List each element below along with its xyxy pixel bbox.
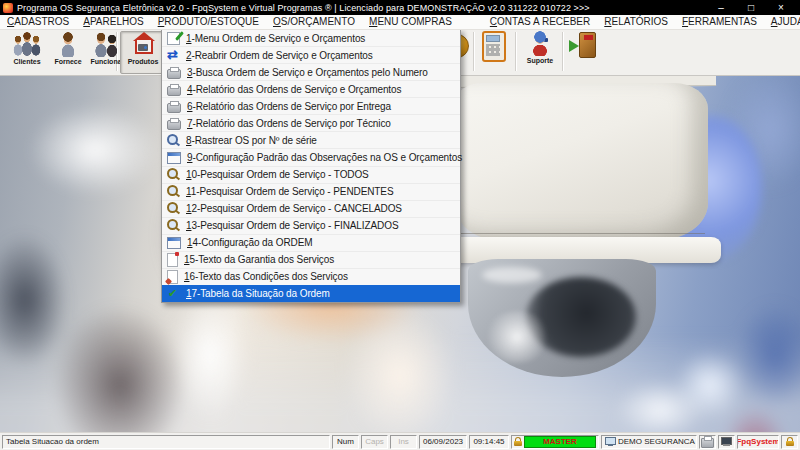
toolbar-button-calculator[interactable] — [478, 31, 510, 72]
menu-bar: CADASTROSAPARELHOSPRODUTO/ESTOQUEOS/ORÇA… — [0, 15, 800, 30]
toolbar-button-label: Funciona — [90, 58, 121, 65]
menu-relat-rios[interactable]: RELATÓRIOS — [597, 15, 675, 29]
num-lock-indicator: Num — [332, 435, 359, 449]
toolbar-separator — [515, 32, 516, 71]
support-icon — [527, 31, 553, 56]
products-icon — [128, 32, 158, 57]
toolbar-button-label: Suporte — [527, 57, 553, 64]
dropdown-item-label: 9-Configuração Padrão das Observações na… — [187, 152, 462, 163]
dropdown-item-16-texto-das-condi-es-dos-servi-os[interactable]: 16-Texto das Condições dos Serviços — [162, 268, 460, 285]
dropdown-item-label: 1-Menu Ordem de Serviço e Orçamentos — [186, 33, 365, 44]
maximize-button[interactable]: □ — [736, 0, 766, 15]
menu-produto-estoque[interactable]: PRODUTO/ESTOQUE — [151, 15, 266, 29]
dropdown-item-label: 17-Tabela da Situação da Ordem — [186, 288, 330, 299]
master-user-panel: MASTER — [511, 435, 599, 449]
company-panel: DEMO SEGURANCA 2.0 — [601, 435, 697, 449]
dropdown-item-4-relat-rio-das-ordens-de-servi-o-e-or-amentos[interactable]: 4-Relatório das Ordens de Serviço e Orça… — [162, 80, 460, 97]
dropdown-item-label: 6-Relatório das Ordens de Serviço por En… — [187, 101, 391, 112]
window-icon — [167, 152, 181, 164]
page-arrow-icon — [167, 270, 178, 284]
lock-icon — [786, 437, 794, 446]
toolbar-button-exit[interactable] — [566, 31, 600, 72]
printer-icon — [167, 103, 181, 113]
dropdown-item-label: 12-Pesquisar Ordem de Serviço - CANCELAD… — [186, 203, 402, 214]
dropdown-item-label: 15-Texto da Garantia dos Serviços — [184, 254, 334, 265]
monitor-icon — [721, 437, 732, 446]
camera-seam-line — [459, 233, 705, 234]
menu-cadastros[interactable]: CADASTROS — [0, 15, 76, 29]
toolbar-button-label: Clientes — [13, 58, 40, 65]
dropdown-item-label: 7-Relatório das Ordens de Serviço por Té… — [187, 118, 391, 129]
dropdown-item-10-pesquisar-ordem-de-servi-o[interactable]: 10-Pesquisar Ordem de Serviço - TODOS — [162, 166, 460, 183]
window-icon — [167, 237, 181, 249]
calculator-icon — [482, 31, 506, 62]
toolbar-separator — [473, 32, 474, 71]
lock-status-panel — [781, 435, 798, 449]
search-icon — [167, 202, 180, 215]
toolbar-button-fornece[interactable]: Fornece — [50, 31, 86, 72]
dome-highlight — [482, 267, 542, 283]
toolbar-button-suporte[interactable]: Suporte — [520, 31, 560, 72]
dropdown-item-label: 11-Pesquisar Ordem de Serviço - PENDENTE… — [186, 186, 393, 197]
dropdown-item-3-busca-ordem-de-servi-o-e-or-amentos-pelo-numero[interactable]: 3-Busca Ordem de Serviço e Orçamentos pe… — [162, 63, 460, 80]
search-icon — [167, 185, 180, 198]
printer-icon — [167, 120, 181, 130]
menu-ajuda[interactable]: AJUDA — [764, 15, 800, 29]
brand-label: FpqSystem — [737, 435, 779, 449]
window-controls: – □ × — [706, 0, 800, 15]
dropdown-item-7-relat-rio-das-ordens-de-servi-o-por-t-cnico[interactable]: 7-Relatório das Ordens de Serviço por Té… — [162, 114, 460, 131]
status-time: 09:14:45 — [469, 435, 509, 449]
dome-camera-body — [456, 83, 708, 241]
toolbar-button-produtos[interactable]: Produtos — [120, 31, 166, 74]
dropdown-item-label: 13-Pesquisar Ordem de Serviço - FINALIZA… — [186, 220, 398, 231]
master-user-badge: MASTER — [524, 436, 596, 448]
page-edit-icon — [167, 253, 178, 267]
dropdown-item-6-relat-rio-das-ordens-de-servi-o-por-entrega[interactable]: 6-Relatório das Ordens de Serviço por En… — [162, 97, 460, 114]
app-logo-icon — [3, 3, 13, 13]
printer-status-panel — [699, 435, 716, 449]
dropdown-item-9-configura-o-padr-o-das-observa-es-na-os-e-or-amentos[interactable]: 9-Configuração Padrão das Observações na… — [162, 148, 460, 165]
toolbar-button-funciona[interactable]: Funciona — [88, 31, 124, 72]
dropdown-item-label: 10-Pesquisar Ordem de Serviço - TODOS — [186, 169, 369, 180]
search-icon — [167, 219, 180, 232]
employee-icon — [91, 31, 121, 57]
dropdown-item-17-tabela-da-situa-o-da-ordem[interactable]: 17-Tabela da Situação da Ordem — [162, 285, 460, 302]
close-button[interactable]: × — [766, 0, 796, 15]
menu-os-or-amento[interactable]: OS/ORÇAMENTO — [266, 15, 362, 29]
minimize-button[interactable]: – — [706, 0, 736, 15]
dropdown-item-label: 3-Busca Ordem de Serviço e Orçamentos pe… — [187, 67, 428, 78]
printer-icon — [167, 86, 181, 96]
dropdown-item-12-pesquisar-ordem-de-servi-o[interactable]: 12-Pesquisar Ordem de Serviço - CANCELAD… — [162, 200, 460, 217]
lock-icon — [514, 437, 522, 446]
company-name: DEMO SEGURANCA 2.0 — [618, 435, 697, 448]
menu-contas-a-receber[interactable]: CONTAS A RECEBER — [483, 15, 597, 29]
toolbar-button-label: Produtos — [128, 58, 159, 65]
clients-icon — [9, 31, 45, 57]
dropdown-item-11-pesquisar-ordem-de-servi-o[interactable]: 11-Pesquisar Ordem de Serviço - PENDENTE… — [162, 183, 460, 200]
dropdown-item-label: 14-Configuração da ORDEM — [187, 237, 312, 248]
dropdown-item-label: 2-Reabrir Ordem de Serviço e Orçamentos — [186, 50, 373, 61]
dropdown-item-2-reabrir-ordem-de-servi-o-e-or-amentos[interactable]: 2-Reabrir Ordem de Serviço e Orçamentos — [162, 46, 460, 63]
menu-aparelhos[interactable]: APARELHOS — [76, 15, 150, 29]
os-orcamento-dropdown: 1-Menu Ordem de Serviço e Orçamentos2-Re… — [161, 29, 461, 303]
window-title: Programa OS Segurança Eletrônica v2.0 - … — [17, 3, 590, 13]
form-edit-icon — [167, 32, 180, 45]
menu-menu-compras[interactable]: MENU COMPRAS — [362, 15, 459, 29]
terminal-status-panel — [718, 435, 735, 449]
toolbar-button-label: Fornece — [54, 58, 81, 65]
status-date: 06/09/2023 — [419, 435, 467, 449]
dropdown-item-8-rastrear-os-por-n-de-s-rie[interactable]: 8-Rastrear OS por Nº de série — [162, 131, 460, 148]
title-bar: Programa OS Segurança Eletrônica v2.0 - … — [0, 0, 800, 15]
printer-icon — [167, 69, 181, 79]
dropdown-item-13-pesquisar-ordem-de-servi-o[interactable]: 13-Pesquisar Ordem de Serviço - FINALIZA… — [162, 217, 460, 234]
dropdown-item-1-menu-ordem-de-servi-o-e-or-amentos[interactable]: 1-Menu Ordem de Serviço e Orçamentos — [162, 30, 460, 46]
dropdown-item-14-configura-o-da-ordem[interactable]: 14-Configuração da ORDEM — [162, 234, 460, 251]
search-doc-icon — [167, 134, 180, 147]
swap-arrows-icon — [167, 49, 180, 62]
exit-icon — [569, 31, 597, 58]
dropdown-item-15-texto-da-garantia-dos-servi-os[interactable]: 15-Texto da Garantia dos Serviços — [162, 251, 460, 268]
toolbar-button-clientes[interactable]: Clientes — [6, 31, 48, 72]
caps-lock-indicator: Caps — [361, 435, 388, 449]
menu-ferramentas[interactable]: FERRAMENTAS — [675, 15, 764, 29]
printer-icon — [701, 438, 714, 448]
